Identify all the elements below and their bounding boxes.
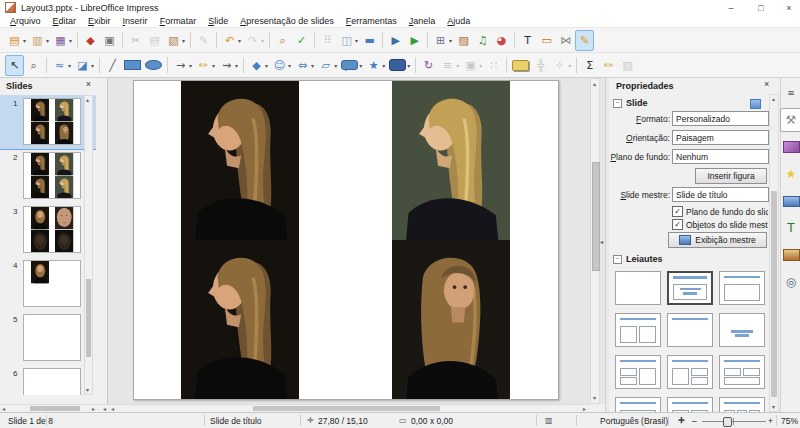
scrollbar-thumb[interactable] [253, 406, 440, 411]
zoom-percentage[interactable]: 75% [781, 416, 798, 426]
dropdown-arrow-icon[interactable]: ▾ [68, 62, 71, 69]
scroll-down-icon[interactable]: ▾ [593, 395, 596, 401]
insert-image-button[interactable]: Inserir figura [695, 168, 767, 184]
layout-option-12[interactable] [719, 397, 765, 412]
master-slide-select[interactable]: Slide de título [672, 187, 769, 202]
flowchart-shapes-button[interactable]: ▱▾ [316, 55, 339, 76]
tab-styles-button[interactable]: T [780, 216, 800, 240]
insert-media-button[interactable]: ♫ [473, 30, 492, 51]
undock-section-icon[interactable] [750, 99, 761, 109]
menu-ferramentas[interactable]: Ferramentas [340, 16, 403, 26]
slides-vertical-scrollbar[interactable]: ▴ ▾ [84, 95, 93, 395]
layout-option-10[interactable] [615, 397, 661, 412]
slide-thumbnail-2[interactable]: 2 [0, 149, 96, 203]
slide-thumbnail-5[interactable]: 5 [0, 311, 96, 365]
slide-photo-top-left[interactable] [181, 81, 299, 240]
section-layouts[interactable]: – Leiautes [609, 252, 769, 266]
dropdown-arrow-icon[interactable]: ▾ [407, 62, 410, 69]
fit-slide-icon[interactable]: ✛ [678, 416, 685, 425]
slide-photo-bottom-left[interactable] [181, 240, 299, 399]
document-language[interactable]: Português (Brasil) [600, 416, 668, 426]
dropdown-arrow-icon[interactable]: ▾ [334, 62, 337, 69]
select-button[interactable]: ↖ [5, 55, 24, 76]
start-from-current-slide-button[interactable]: ▶ [405, 30, 424, 51]
zoom-pan-button[interactable]: ⌕ [24, 55, 43, 76]
layout-option-7[interactable] [615, 355, 661, 389]
restore-window-button[interactable]: □ [748, 0, 774, 15]
scrollbar-thumb[interactable] [30, 406, 80, 411]
dropdown-arrow-icon[interactable]: ▾ [265, 62, 268, 69]
display-grid-button[interactable]: ⠿ [318, 30, 337, 51]
menu-arquivo[interactable]: Arquivo [4, 16, 47, 26]
insert-hyperlink-button[interactable]: ⋈ [556, 30, 575, 51]
tab-animation-button[interactable]: ★ [780, 162, 800, 186]
3d-objects-button[interactable]: ▾ [387, 55, 412, 76]
scroll-up-icon[interactable]: ▴ [86, 97, 89, 103]
edit-points-button[interactable]: Σ [580, 55, 599, 76]
properties-vertical-scrollbar[interactable]: ▴ ▾ [769, 94, 779, 412]
dropdown-arrow-icon[interactable]: ▾ [359, 62, 362, 69]
glue-points-button[interactable]: ✏ [599, 55, 618, 76]
paste-button[interactable]: ▧▾ [164, 30, 187, 51]
slide-edit-canvas[interactable]: ▴ ▾ ◂ ◂ ▸ [108, 78, 605, 412]
open-file-button[interactable]: ▥▾ [28, 30, 51, 51]
close-window-button[interactable]: × [776, 0, 800, 15]
insert-image-button[interactable]: ▨ [454, 30, 473, 51]
minimize-window-button[interactable]: – [718, 0, 744, 15]
insert-table-button[interactable]: ⊞▾ [431, 30, 454, 51]
tab-slide-transition-button[interactable] [780, 135, 800, 159]
dropdown-arrow-icon[interactable]: ▾ [212, 62, 215, 69]
dropdown-arrow-icon[interactable]: ▾ [479, 62, 482, 69]
insert-line-button[interactable]: ╱ [103, 55, 122, 76]
insert-textbox-button[interactable]: T [518, 30, 537, 51]
scroll-up-icon[interactable]: ▴ [772, 96, 775, 102]
dropdown-arrow-icon[interactable]: ▾ [288, 62, 291, 69]
ellipse-shape-button[interactable] [143, 55, 164, 76]
layout-option-8[interactable] [667, 355, 713, 389]
show-draw-functions-button[interactable]: ✎ [575, 30, 594, 51]
layout-option-11[interactable] [667, 397, 713, 412]
line-format-button[interactable]: ≈▾ [50, 55, 73, 76]
sidebar-splitter-collapse-icon[interactable]: ◂ [600, 238, 603, 245]
layout-option-6[interactable] [719, 313, 765, 347]
symbol-shapes-button[interactable]: ☺▾ [270, 55, 293, 76]
basic-shapes-button[interactable]: ◆▾ [247, 55, 270, 76]
tab-properties-button[interactable]: ⚒ [780, 108, 800, 132]
layout-option-5[interactable] [667, 313, 713, 347]
dropdown-arrow-icon[interactable]: ▾ [311, 62, 314, 69]
zoom-in-button[interactable]: + [768, 416, 773, 426]
dropdown-arrow-icon[interactable]: ▾ [261, 37, 264, 44]
scrollbar-thumb[interactable] [86, 279, 91, 357]
header-footer-button[interactable]: ▭ [537, 30, 556, 51]
dropdown-arrow-icon[interactable]: ▾ [182, 37, 185, 44]
undo-button[interactable]: ↶▾ [220, 30, 243, 51]
export-pdf-button[interactable]: ◆ [81, 30, 100, 51]
start-from-first-slide-button[interactable]: ▶ [386, 30, 405, 51]
connectors-button[interactable]: ⇝▾ [217, 55, 240, 76]
star-shapes-button[interactable]: ★▾ [364, 55, 387, 76]
normal-view-button[interactable]: ▬ [360, 30, 379, 51]
close-icon[interactable]: × [86, 79, 91, 89]
spelling-button[interactable]: ✓ [292, 30, 311, 51]
block-arrows-button[interactable]: ⇔▾ [293, 55, 316, 76]
slide-canvas[interactable] [133, 80, 559, 400]
menu-janela[interactable]: Janela [403, 16, 442, 26]
scrollbar-thumb[interactable] [592, 162, 600, 271]
slide-thumbnail-3[interactable]: 3 [0, 203, 96, 257]
master-view-button[interactable]: Exibição mestre [668, 232, 767, 248]
scroll-down-icon[interactable]: ▾ [772, 404, 775, 410]
menu-ajuda[interactable]: Ajuda [441, 16, 476, 26]
fill-color-button[interactable]: ◪▾ [73, 55, 96, 76]
rotate-button[interactable]: ↻ [419, 55, 438, 76]
menu-exibir[interactable]: Exibir [82, 16, 117, 26]
callout-shapes-button[interactable]: ▾ [339, 55, 364, 76]
slide-thumbnail-1[interactable]: 1 [0, 95, 96, 149]
dropdown-arrow-icon[interactable]: ▾ [235, 62, 238, 69]
layout-option-9[interactable] [719, 355, 765, 389]
canvas-vertical-scrollbar[interactable]: ▴ ▾ [590, 78, 600, 404]
dropdown-arrow-icon[interactable]: ▾ [456, 62, 459, 69]
scroll-down-icon[interactable]: ▾ [86, 387, 89, 393]
section-slide[interactable]: – Slide [609, 96, 769, 110]
scrollbar-thumb[interactable] [771, 191, 777, 397]
layout-option-2[interactable] [667, 271, 713, 305]
